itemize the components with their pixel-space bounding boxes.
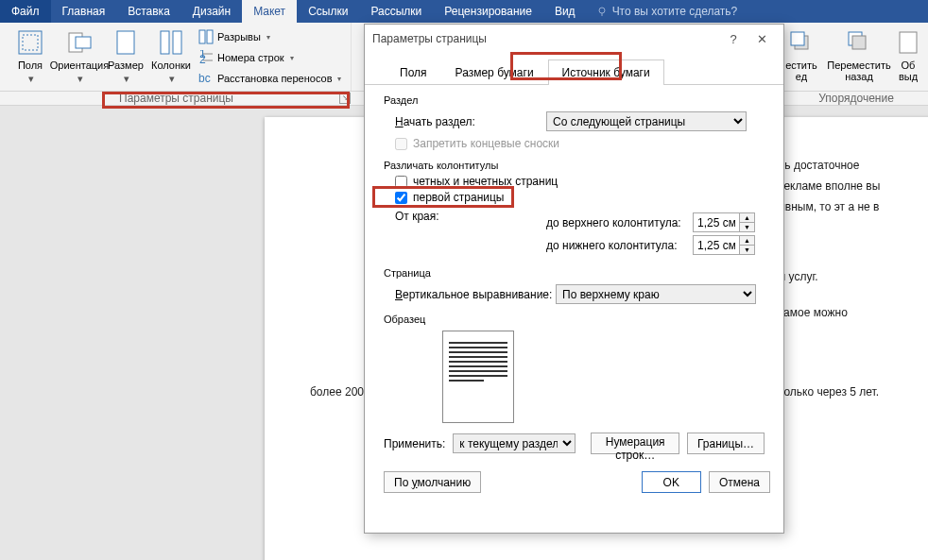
footer-distance-spinner[interactable]: ▲▼ — [693, 235, 755, 255]
size-icon — [114, 29, 137, 56]
hf-title: Различать колонтитулы — [384, 160, 765, 171]
breaks-icon — [198, 29, 214, 44]
firstpage-label: первой страницы — [413, 191, 504, 204]
svg-text:2: 2 — [199, 53, 206, 65]
close-button[interactable]: ✕ — [748, 32, 776, 46]
pagegroup-dialog-launcher[interactable]: ↘ — [339, 93, 351, 104]
svg-rect-8 — [173, 31, 181, 54]
size-label: Размер — [108, 59, 144, 71]
selection-label: Об выд — [899, 59, 918, 82]
orientation-label: Ориентация — [50, 59, 109, 71]
hyphenation-label: Расстановка переносов — [217, 73, 332, 84]
header-distance-input[interactable] — [694, 213, 739, 231]
arrange-group: естить ед Переместить назад Об выд — [773, 23, 928, 91]
ok-button[interactable]: OK — [642, 471, 701, 493]
columns-label: Колонки — [151, 59, 191, 71]
header-distance-spinner[interactable]: ▲▼ — [693, 212, 755, 232]
sample-preview — [442, 331, 514, 423]
tab-design[interactable]: Дизайн — [181, 0, 242, 23]
oddeven-label: четных и нечетных страниц — [413, 175, 558, 188]
up-arrow-icon[interactable]: ▲ — [740, 213, 754, 223]
tab-paper[interactable]: Размер бумаги — [441, 59, 548, 85]
section-start-select[interactable]: Со следующей страницы — [546, 111, 747, 131]
apply-label: Применить: — [384, 437, 445, 450]
send-backward-button[interactable]: Переместить назад — [826, 25, 892, 88]
valign-label: ертикальное выравнивание: — [403, 288, 552, 301]
section-title: Раздел — [384, 94, 765, 106]
footer-distance-label: до нижнего колонтитула: — [546, 239, 693, 252]
svg-rect-9 — [199, 30, 205, 43]
section-start-label: ачать раздел: — [404, 115, 475, 128]
margins-icon — [17, 29, 43, 56]
selection-pane-button[interactable]: Об выд — [894, 25, 922, 88]
bring-forward-icon — [789, 30, 814, 55]
firstpage-checkbox[interactable] — [395, 192, 407, 204]
margins-label: Поля — [18, 59, 43, 71]
tab-review[interactable]: Рецензирование — [433, 0, 543, 23]
arrange-label: Упорядочение — [818, 92, 894, 105]
footer-distance-input[interactable] — [694, 236, 739, 254]
size-button[interactable]: Размер▾ — [104, 25, 147, 88]
svg-rect-17 — [791, 32, 804, 45]
selection-icon — [898, 30, 919, 55]
svg-rect-6 — [117, 31, 134, 54]
default-button[interactable]: По умолчанию — [384, 471, 481, 493]
linenumbers-icon: 12 — [198, 50, 214, 65]
tab-file[interactable]: Файл — [0, 0, 51, 23]
orientation-button[interactable]: Ориентация▾ — [55, 25, 104, 88]
send-backward-label: Переместить назад — [827, 59, 890, 82]
svg-rect-19 — [852, 36, 866, 49]
hyphenation-button[interactable]: bc Расстановка переносов▾ — [198, 69, 341, 88]
header-distance-label: до верхнего колонтитула: — [546, 216, 693, 229]
down-arrow-icon[interactable]: ▼ — [740, 223, 754, 231]
svg-rect-7 — [161, 31, 169, 54]
tab-view[interactable]: Вид — [543, 0, 587, 23]
svg-point-0 — [599, 8, 605, 13]
svg-rect-10 — [207, 30, 213, 43]
dialog-titlebar: Параметры страницы ? ✕ — [365, 25, 783, 53]
svg-rect-20 — [900, 32, 917, 53]
tell-me[interactable]: Что вы хотите сделать? — [587, 0, 748, 23]
bring-forward-button[interactable]: естить ед — [779, 25, 824, 88]
page-title: Страница — [384, 267, 765, 279]
pagegroup-label: Параметры страницы — [119, 92, 233, 105]
svg-rect-5 — [76, 37, 91, 48]
svg-text:bc: bc — [198, 72, 211, 85]
linenumbers-button[interactable]: 12 Номера строк▾ — [198, 48, 341, 67]
lightbulb-icon — [596, 6, 608, 17]
columns-button[interactable]: Колонки▾ — [147, 25, 195, 88]
cancel-button[interactable]: Отмена — [709, 471, 770, 493]
line-numbers-button[interactable]: Нумерация строк… — [591, 433, 679, 454]
valign-select[interactable]: По верхнему краю — [556, 284, 756, 304]
suppress-endnotes-label: Запретить концевые сноски — [413, 137, 559, 150]
page-setup-dialog: Параметры страницы ? ✕ Поля Размер бумаг… — [364, 24, 784, 534]
hyphenation-icon: bc — [198, 71, 214, 86]
svg-rect-3 — [23, 35, 38, 50]
linenumbers-label: Номера строк — [217, 52, 284, 63]
tab-home[interactable]: Главная — [51, 0, 117, 23]
tab-paper-source[interactable]: Источник бумаги — [548, 59, 664, 85]
orientation-icon — [66, 29, 93, 56]
oddeven-checkbox[interactable] — [395, 176, 407, 188]
suppress-endnotes-checkbox — [395, 138, 407, 150]
pagegroup: Поля▾ Ориентация▾ Размер▾ Колонки▾ Разры… — [0, 23, 352, 91]
down-arrow-icon[interactable]: ▼ — [740, 246, 754, 254]
tab-layout[interactable]: Макет — [242, 0, 297, 23]
breaks-button[interactable]: Разрывы▾ — [198, 27, 341, 46]
help-button[interactable]: ? — [719, 32, 748, 46]
dialog-tabs: Поля Размер бумаги Источник бумаги — [365, 59, 783, 85]
tab-margins[interactable]: Поля — [386, 59, 441, 85]
tab-mailings[interactable]: Рассылки — [359, 0, 433, 23]
tab-references[interactable]: Ссылки — [297, 0, 359, 23]
up-arrow-icon[interactable]: ▲ — [740, 236, 754, 246]
apply-select[interactable]: к текущему разделу — [453, 433, 576, 453]
borders-button[interactable]: Границы… — [687, 433, 765, 454]
margins-button[interactable]: Поля▾ — [6, 25, 55, 88]
tab-insert[interactable]: Вставка — [116, 0, 181, 23]
columns-icon — [159, 29, 183, 56]
bring-forward-label: естить ед — [785, 59, 817, 82]
send-backward-icon — [847, 30, 871, 55]
breaks-label: Разрывы — [217, 31, 261, 42]
dialog-title: Параметры страницы — [372, 32, 719, 45]
ribbon-tabs: Файл Главная Вставка Дизайн Макет Ссылки… — [0, 0, 928, 23]
